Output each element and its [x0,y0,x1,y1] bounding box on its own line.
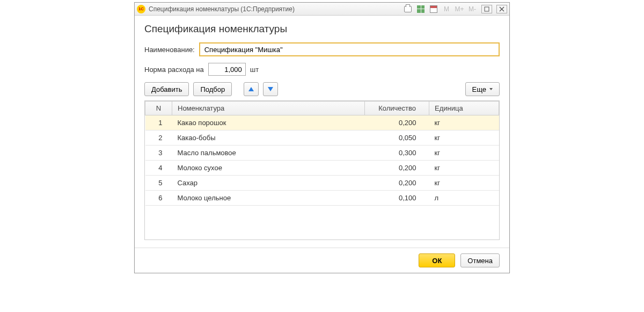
cell-nomenclature[interactable]: Молоко сухое [172,161,365,176]
name-label: Наименование: [144,46,195,54]
table-row[interactable]: 5Сахар0,200кг [145,176,499,191]
move-up-button[interactable] [244,82,259,96]
cell-quantity[interactable]: 0,100 [365,191,429,206]
svg-rect-0 [485,7,489,11]
pick-button[interactable]: Подбор [193,82,232,96]
col-unit[interactable]: Единица [429,101,499,115]
more-button[interactable]: Еще [465,82,500,96]
table-toolbar: Добавить Подбор Еще [144,82,500,96]
cell-n[interactable]: 3 [145,146,172,161]
cell-n[interactable]: 1 [145,115,172,130]
titlebar: 1C Спецификация номенклатуры (1С:Предпри… [135,3,509,16]
table-row[interactable]: 6Молоко цельное0,100л [145,191,499,206]
name-input[interactable] [199,42,500,56]
memory-m-icon: M [442,4,451,14]
cell-nomenclature[interactable]: Какао порошок [172,115,365,130]
arrow-down-icon [268,87,273,91]
cell-quantity[interactable]: 0,200 [365,161,429,176]
ingredients-table: N Номенклатура Количество Единица 1Какао… [145,101,499,206]
cell-quantity[interactable]: 0,050 [365,130,429,146]
window-title: Спецификация номенклатуры (1С:Предприяти… [149,5,295,13]
content-area: Спецификация номенклатуры Наименование: … [135,16,509,248]
table-row[interactable]: 1Какао порошок0,200кг [145,115,499,130]
window: 1C Спецификация номенклатуры (1С:Предпри… [134,2,510,273]
memory-mminus-icon: M- [467,4,477,14]
col-quantity[interactable]: Количество [365,101,429,115]
add-button[interactable]: Добавить [144,82,189,96]
page-title: Спецификация номенклатуры [144,23,500,35]
minimize-button[interactable] [481,5,492,13]
cell-quantity[interactable]: 0,200 [365,176,429,191]
cell-unit[interactable]: кг [429,115,499,130]
table-row[interactable]: 4Молоко сухое0,200кг [145,161,499,176]
print-icon[interactable] [403,4,413,14]
cell-quantity[interactable]: 0,200 [365,115,429,130]
norm-unit: шт [250,66,259,74]
footer: ОК Отмена [135,248,509,273]
cell-n[interactable]: 5 [145,176,172,191]
norm-field-row: Норма расхода на шт [144,63,500,76]
cell-unit[interactable]: л [429,191,499,206]
move-down-button[interactable] [263,82,278,96]
norm-input[interactable] [208,63,246,76]
arrow-up-icon [248,87,254,91]
table-wrapper[interactable]: N Номенклатура Количество Единица 1Какао… [144,100,500,240]
cell-nomenclature[interactable]: Какао-бобы [172,130,365,146]
app-logo-icon: 1C [137,5,145,13]
cell-n[interactable]: 6 [145,191,172,206]
cell-unit[interactable]: кг [429,176,499,191]
chevron-down-icon [489,88,493,90]
norm-label: Норма расхода на [144,66,204,74]
col-nomenclature[interactable]: Номенклатура [172,101,365,115]
memory-mplus-icon: M+ [455,4,464,14]
cell-n[interactable]: 4 [145,161,172,176]
table-row[interactable]: 2Какао-бобы0,050кг [145,130,499,146]
cancel-button[interactable]: Отмена [460,253,500,267]
calendar-icon[interactable] [429,4,438,14]
cell-unit[interactable]: кг [429,130,499,146]
cell-nomenclature[interactable]: Молоко цельное [172,191,365,206]
cell-quantity[interactable]: 0,300 [365,146,429,161]
cell-n[interactable]: 2 [145,130,172,146]
cell-unit[interactable]: кг [429,146,499,161]
calculator-icon[interactable] [416,4,426,14]
cell-nomenclature[interactable]: Сахар [172,176,365,191]
close-button[interactable] [496,5,507,13]
col-n[interactable]: N [145,101,172,115]
cell-unit[interactable]: кг [429,161,499,176]
name-field-row: Наименование: [144,42,500,56]
ok-button[interactable]: ОК [419,253,455,267]
more-button-label: Еще [472,85,486,93]
table-row[interactable]: 3Масло пальмовое0,300кг [145,146,499,161]
cell-nomenclature[interactable]: Масло пальмовое [172,146,365,161]
